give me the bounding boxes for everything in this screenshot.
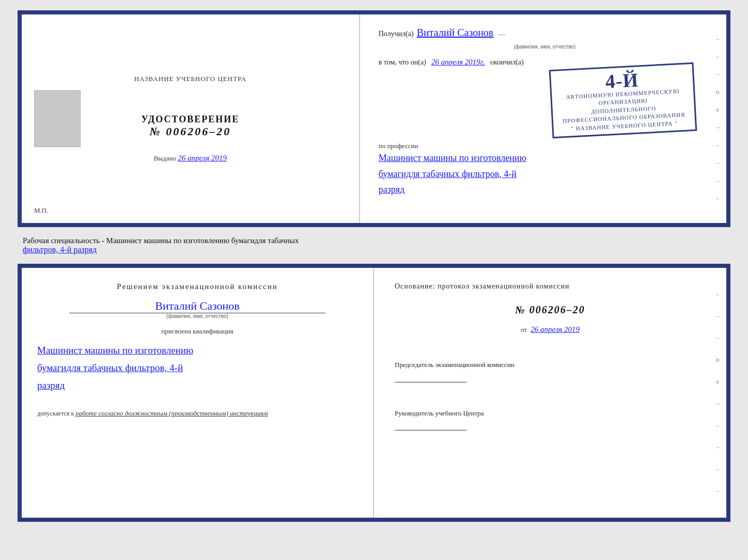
protokol-number: № 006206–20 xyxy=(395,304,706,316)
osnov-label: Основание: протокол экзаменационной коми… xyxy=(395,282,706,291)
bottom-name: Виталий Сазонов xyxy=(37,299,357,313)
ot-line: от 26 апреля 2019 xyxy=(395,325,706,334)
udostoverenie-number: № 006206–20 xyxy=(150,125,231,138)
rukovod-signature-line xyxy=(395,420,467,430)
rukovod-section: Руководитель учебного Центра xyxy=(395,400,706,431)
udostoverenie-title: УДОСТОВЕРЕНИЕ xyxy=(141,114,239,125)
school-name-label: НАЗВАНИЕ УЧЕБНОГО ЦЕНТРА xyxy=(134,75,246,83)
predsedatel-label: Председатель экзаменационной комиссии xyxy=(395,360,706,370)
profession-line3: разряд xyxy=(379,182,711,198)
photo-placeholder xyxy=(34,90,81,147)
cert-left-panel: НАЗВАНИЕ УЧЕБНОГО ЦЕНТРА УДОСТОВЕРЕНИЕ №… xyxy=(22,14,360,223)
po-professii-label: по профессии xyxy=(379,142,711,150)
vydano-line: Выдано 26 апреля 2019 xyxy=(154,154,227,163)
qualification-section: Машинист машины по изготовлению бумагидл… xyxy=(37,342,357,395)
bottom-right-dashes: – – – и а ← – – – – xyxy=(716,268,722,518)
predsedatel-section: Председатель экзаменационной комиссии xyxy=(395,351,706,382)
profession-line1: Машинист машины по изготовлению xyxy=(379,150,711,166)
bottom-left-panel: Решением экзаменационной комиссии Витали… xyxy=(22,268,374,518)
bottom-name-section: Виталий Сазонов (фамилия, имя, отчество) xyxy=(37,299,357,319)
dopuskaetsya-section: допускается к работе согласно должностны… xyxy=(37,409,357,418)
stamp: 4-й АВТОНОМНУЮ НЕКОММЕРЧЕСКУЮ ОРГАНИЗАЦИ… xyxy=(549,62,697,138)
profession-line2: бумагидля табачных фильтров, 4-й xyxy=(379,166,711,182)
decision-title: Решением экзаменационной комиссии xyxy=(37,282,357,291)
fio-label: (фамилия, имя, отчество) xyxy=(37,313,357,319)
bottom-certificate: Решением экзаменационной комиссии Витали… xyxy=(18,264,730,522)
middle-text-section: Рабочая специальность - Машинист машины … xyxy=(18,233,730,258)
cert-right-panel: Получил(а) Виталий Сазонов — (фамилия, и… xyxy=(360,14,726,223)
fio-sub: (фамилия, имя, отчество) xyxy=(379,44,711,50)
prisvoena-label: присвоена квалификация xyxy=(37,327,357,335)
predsedatel-signature-line xyxy=(395,372,467,382)
bottom-right-panel: Основание: протокол экзаменационной коми… xyxy=(374,268,726,518)
top-certificate: НАЗВАНИЕ УЧЕБНОГО ЦЕНТРА УДОСТОВЕРЕНИЕ №… xyxy=(18,10,730,227)
mp-label: М.П. xyxy=(34,206,48,215)
right-dashes: – – – и а ← – – – – xyxy=(716,14,722,223)
rukovod-label: Руководитель учебного Центра xyxy=(395,408,706,419)
qual-line3: разряд xyxy=(37,377,357,394)
poluchil-line: Получил(а) Виталий Сазонов — xyxy=(379,27,711,39)
qual-line2: бумагидля табачных фильтров, 4-й xyxy=(37,359,357,377)
qual-line1: Машинист машины по изготовлению xyxy=(37,342,357,359)
po-professii-section: по профессии Машинист машины по изготовл… xyxy=(379,139,711,198)
